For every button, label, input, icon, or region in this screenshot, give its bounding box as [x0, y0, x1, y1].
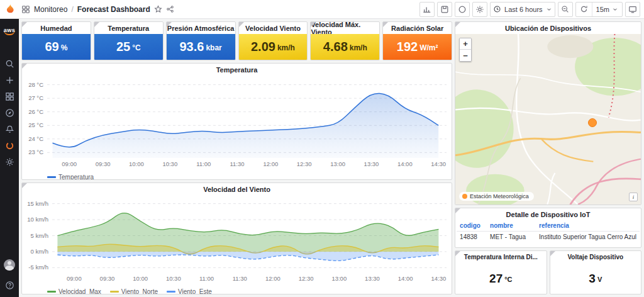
sidebar-item-search[interactable] [1, 55, 18, 72]
legend-item[interactable]: Velocidad_Max [47, 288, 101, 295]
zoom-out-button[interactable] [558, 2, 573, 17]
star-icon[interactable] [154, 5, 162, 13]
stat-value: 93.6kbar [167, 34, 235, 60]
svg-text:10:30: 10:30 [166, 275, 181, 282]
stat-value: 3V [550, 263, 641, 294]
map-attribution-button[interactable]: i [629, 193, 638, 201]
analytics-button[interactable] [419, 2, 435, 17]
svg-text:14:30: 14:30 [431, 275, 447, 282]
panel-title[interactable]: Presión Atmosférica [167, 22, 235, 34]
svg-text:28 °C: 28 °C [28, 81, 43, 88]
svg-text:11:30: 11:30 [230, 160, 244, 167]
share-icon[interactable] [166, 5, 174, 13]
panel-info-corner [550, 251, 555, 256]
stat-panel-5: Radiación Solar192W/m² [382, 21, 452, 60]
refresh-interval-dropdown[interactable]: 15m [592, 3, 622, 16]
orange-ring-icon [5, 141, 14, 150]
stat-value: 25°C [94, 34, 163, 60]
panel-title[interactable]: Velocidad del Viento [22, 183, 452, 195]
panel-info-corner [94, 22, 99, 27]
stat-value: 69% [22, 34, 91, 60]
sidebar-item-dashboards[interactable] [1, 88, 18, 104]
sidebar-item-alerting[interactable] [1, 121, 18, 137]
bell-icon [5, 125, 14, 134]
panel-title[interactable]: Humedad [22, 22, 91, 34]
station-dot-icon [462, 194, 467, 199]
refresh-button[interactable] [576, 3, 592, 16]
map-zoom-in-button[interactable]: + [460, 38, 471, 50]
panel-info-corner [22, 64, 27, 69]
stat-panels-row: Humedad69%Temperatura25°CPresión Atmosfé… [21, 21, 452, 60]
user-avatar[interactable] [1, 257, 18, 273]
sidebar-item-explore[interactable] [1, 104, 18, 121]
sidebar-item-help[interactable] [1, 277, 18, 293]
svg-text:23 °C: 23 °C [28, 148, 43, 155]
panel-title[interactable]: Temperatura [22, 64, 452, 76]
table-cell: Instituto Superior Tagua Cerro Azul [536, 232, 640, 242]
legend-item[interactable]: Viento_Este [167, 288, 212, 295]
breadcrumb-app[interactable]: Monitoreo [34, 5, 67, 14]
dashboard-settings-button[interactable] [472, 2, 487, 17]
monitor-icon [628, 5, 637, 14]
panel-title[interactable]: Temperatura [94, 22, 163, 34]
panel-info-corner [167, 22, 172, 27]
table-row: 14838MET - TaguaInstituto Superior Tagua… [457, 232, 640, 242]
stat-panel-1: Temperatura25°C [94, 21, 164, 60]
grafana-logo[interactable] [0, 0, 19, 19]
table-header-codigo[interactable]: codigo [457, 220, 487, 231]
svg-text:09:00: 09:00 [62, 160, 77, 167]
temperature-chart-panel: Temperatura 23 °C24 °C25 °C26 °C27 °C28 … [21, 63, 452, 180]
small-stat-panel-0: Temperatura Interna Di...27°C [455, 250, 547, 294]
svg-text:09:00: 09:00 [67, 275, 82, 282]
panel-title[interactable]: Detalle de Dispositivo IoT [455, 208, 641, 220]
toolbar-actions: Last 6 hours 15m [419, 2, 644, 17]
panel-title[interactable]: Velocidad Máx. Viento [311, 22, 379, 34]
device-location-marker[interactable] [588, 118, 597, 127]
caret-down-icon [612, 6, 618, 13]
save-dashboard-button[interactable] [437, 2, 452, 17]
svg-text:10:00: 10:00 [133, 275, 148, 282]
panel-info-corner [239, 22, 244, 27]
tv-mode-button[interactable] [625, 2, 640, 17]
panel-title[interactable]: Velocidad Viento [239, 22, 308, 34]
panel-title[interactable]: Temperatura Interna Di... [455, 251, 546, 263]
svg-text:10 km/h: 10 km/h [27, 216, 48, 223]
sidebar-item-aws[interactable]: aws [1, 23, 18, 39]
svg-text:11:00: 11:00 [199, 275, 214, 282]
panel-info-corner [22, 22, 27, 27]
breadcrumb-page-title[interactable]: Forecast Dashboard [77, 5, 150, 14]
dashboard-content: Humedad69%Temperatura25°CPresión Atmosfé… [19, 19, 644, 297]
time-range-picker[interactable]: Last 6 hours [490, 2, 555, 17]
table-header-referencia[interactable]: referencia [536, 220, 640, 231]
map-zoom-out-button[interactable]: − [460, 50, 471, 61]
map-legend: Estación Meteorológica [459, 192, 534, 201]
table-header-nombre[interactable]: nombre [487, 220, 536, 231]
legend-item[interactable]: Temperatura [47, 174, 94, 181]
temperature-chart[interactable]: 23 °C24 °C25 °C26 °C27 °C28 °C09:0009:30… [22, 76, 452, 172]
panel-info-corner [383, 22, 388, 27]
panel-title[interactable]: Voltaje Dispositivo [550, 251, 641, 263]
svg-text:12:00: 12:00 [264, 160, 279, 167]
svg-text:0 km/h: 0 km/h [30, 248, 48, 255]
panel-title[interactable]: Ubicación de Dispositivos [455, 22, 641, 34]
svg-text:13:30: 13:30 [364, 160, 379, 167]
stat-panel-3: Velocidad Viento2.09km/h [238, 21, 308, 60]
sidebar-item-admin[interactable] [1, 154, 18, 170]
legend-item[interactable]: Viento_Norte [110, 288, 158, 295]
sidebar-item-create[interactable] [1, 72, 18, 88]
map-canvas[interactable]: + − Estación Meteorológica i [455, 34, 641, 205]
stat-panel-2: Presión Atmosférica93.6kbar [166, 21, 236, 60]
stat-value: 27°C [455, 263, 546, 294]
help-icon [5, 281, 14, 290]
svg-text:5 km/h: 5 km/h [30, 232, 48, 239]
stat-value: 4.68km/h [311, 34, 379, 60]
caret-down-icon [546, 6, 552, 13]
svg-text:14:00: 14:00 [398, 275, 413, 282]
dashboard-insights-button[interactable] [455, 2, 470, 17]
svg-text:12:30: 12:30 [299, 275, 314, 282]
legend-swatch [167, 291, 175, 293]
wind-chart[interactable]: -5 km/h0 km/h5 km/h10 km/h15 km/h09:0009… [22, 195, 452, 286]
panel-title[interactable]: Radiación Solar [383, 22, 452, 34]
svg-text:24 °C: 24 °C [28, 135, 43, 142]
sidebar-item-grafana-plugin[interactable] [1, 137, 18, 154]
